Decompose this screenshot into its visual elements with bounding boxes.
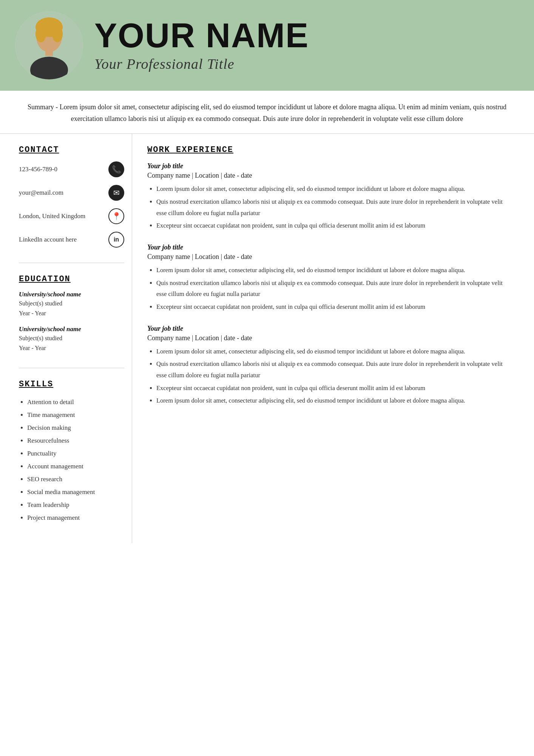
skill-item: Time management [27, 409, 124, 421]
linkedin-text: LinkedIn account here [19, 236, 77, 243]
education-title: EDUCATION [19, 274, 124, 284]
job-title: Your job title [147, 162, 511, 170]
right-column: WORK EXPERIENCE Your job titleCompany na… [132, 134, 523, 543]
contact-linkedin: LinkedIn account here in [19, 232, 124, 248]
education-section: EDUCATION University/school name Subject… [19, 274, 124, 368]
location-text: London, United Kingdom [19, 212, 85, 220]
job-bullet: Quis nostrud exercitation ullamco labori… [156, 358, 511, 381]
header-title: Your Professional Title [94, 56, 309, 72]
main-content: CONTACT 123-456-789-0 📞 your@email.com ✉… [0, 134, 534, 543]
header-text: YOUR NAME Your Professional Title [94, 19, 309, 72]
job-bullets: Lorem ipsum dolor sit amet, consectetur … [147, 183, 511, 231]
job-company: Company name | Location | date - date [147, 253, 511, 261]
skills-title: SKILLS [19, 380, 124, 389]
job-entry-2: Your job titleCompany name | Location | … [147, 243, 511, 313]
edu-entry-2: University/school name Subject(s) studie… [19, 325, 124, 353]
work-experience-title: WORK EXPERIENCE [147, 145, 511, 155]
email-icon: ✉ [108, 185, 124, 201]
skill-item: Social media management [27, 486, 124, 499]
skill-item: Punctuality [27, 447, 124, 460]
header: YOUR NAME Your Professional Title [0, 0, 534, 91]
summary-section: Summary - Lorem ipsum dolor sit amet, co… [0, 91, 534, 134]
svg-rect-7 [45, 49, 53, 56]
contact-section: CONTACT 123-456-789-0 📞 your@email.com ✉… [19, 145, 124, 263]
job-bullet: Lorem ipsum dolor sit amet, consectetur … [156, 183, 511, 195]
skill-item: Project management [27, 511, 124, 524]
contact-title: CONTACT [19, 145, 124, 155]
job-bullet: Quis nostrud exercitation ullamco labori… [156, 196, 511, 218]
job-company: Company name | Location | date - date [147, 172, 511, 180]
email-text: your@email.com [19, 189, 63, 197]
edu-school-2: University/school name [19, 325, 124, 333]
job-bullet: Lorem ipsum dolor sit amet, consectetur … [156, 265, 511, 276]
skill-item: Attention to detail [27, 396, 124, 409]
job-bullet: Excepteur sint occaecat cupidatat non pr… [156, 220, 511, 231]
edu-entry-1: University/school name Subject(s) studie… [19, 291, 124, 318]
location-icon: 📍 [108, 208, 124, 224]
contact-location: London, United Kingdom 📍 [19, 208, 124, 224]
contact-email: your@email.com ✉ [19, 185, 124, 201]
summary-text: Summary - Lorem ipsum dolor sit amet, co… [19, 101, 515, 124]
job-bullets: Lorem ipsum dolor sit amet, consectetur … [147, 265, 511, 313]
avatar [15, 11, 83, 79]
edu-subject-2: Subject(s) studied [19, 334, 124, 343]
job-bullets: Lorem ipsum dolor sit amet, consectetur … [147, 346, 511, 406]
job-bullet: Excepteur sint occaecat cupidatat non pr… [156, 301, 511, 313]
phone-text: 123-456-789-0 [19, 166, 57, 173]
job-bullet: Quis nostrud exercitation ullamco labori… [156, 277, 511, 300]
skill-item: Team leadership [27, 499, 124, 511]
job-entry-3: Your job titleCompany name | Location | … [147, 325, 511, 406]
job-company: Company name | Location | date - date [147, 334, 511, 342]
job-title: Your job title [147, 325, 511, 333]
skill-item: SEO research [27, 473, 124, 486]
contact-phone: 123-456-789-0 📞 [19, 161, 124, 177]
jobs-container: Your job titleCompany name | Location | … [147, 162, 511, 406]
skill-item: Resourcefulness [27, 434, 124, 447]
svg-point-5 [52, 26, 63, 42]
header-name: YOUR NAME [94, 19, 309, 53]
skill-item: Decision making [27, 421, 124, 434]
job-bullet: Lorem ipsum dolor sit amet, consectetur … [156, 395, 511, 406]
edu-years-1: Year - Year [19, 309, 124, 318]
phone-icon: 📞 [108, 161, 124, 177]
job-bullet: Excepteur sint occaecat cupidatat non pr… [156, 383, 511, 394]
left-column: CONTACT 123-456-789-0 📞 your@email.com ✉… [11, 134, 132, 543]
skills-section: SKILLS Attention to detailTime managemen… [19, 380, 124, 524]
edu-years-2: Year - Year [19, 344, 124, 353]
job-bullet: Lorem ipsum dolor sit amet, consectetur … [156, 346, 511, 357]
edu-subject-1: Subject(s) studied [19, 299, 124, 308]
skill-item: Account management [27, 460, 124, 473]
skills-list: Attention to detailTime managementDecisi… [19, 396, 124, 524]
job-title: Your job title [147, 243, 511, 251]
edu-school-1: University/school name [19, 291, 124, 298]
job-entry-1: Your job titleCompany name | Location | … [147, 162, 511, 231]
svg-point-4 [35, 26, 46, 42]
linkedin-icon: in [108, 232, 124, 248]
